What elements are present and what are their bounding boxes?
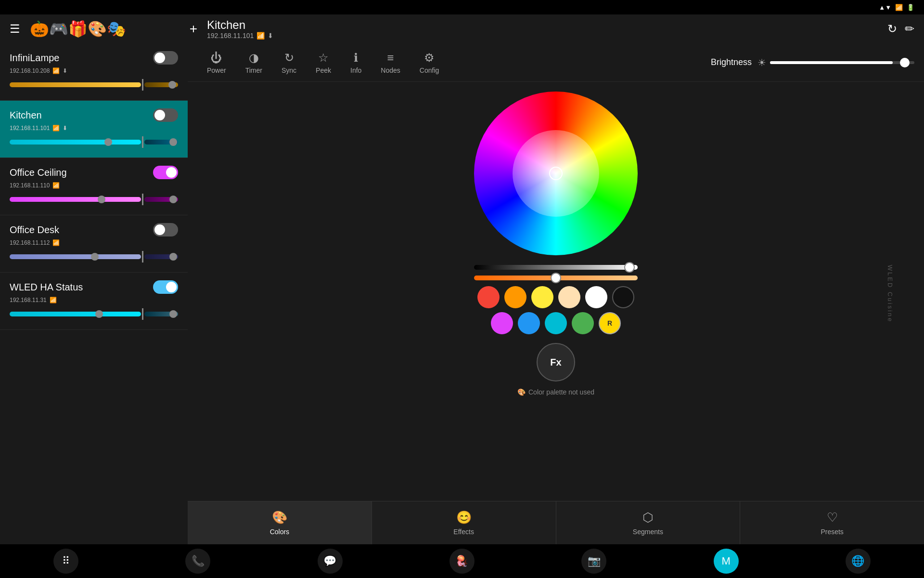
android-nav: ⠿ 📞 💬 🪼 📷 M 🌐 <box>0 544 924 578</box>
warm-slider-handle[interactable] <box>551 273 561 283</box>
effects-label: Effects <box>453 528 474 536</box>
white-slider-handle[interactable] <box>624 262 635 273</box>
device-card-infini[interactable]: InfiniLampe 192.168.10.208 📶 ⬇ <box>0 43 188 101</box>
device-ip: 192.168.11.101 📶 ⬇ <box>207 32 878 39</box>
device-card-kitchen[interactable]: Kitchen 192.168.11.101 📶 ⬇ <box>0 101 188 158</box>
swatch-warm-white[interactable] <box>558 286 580 308</box>
right-panel: ⏻ Power ◑ Timer ↻ Sync ☆ Peek ℹ Info <box>188 43 924 544</box>
brightness-slider[interactable]: ☀ <box>757 57 914 68</box>
tab-bar: ⏻ Power ◑ Timer ↻ Sync ☆ Peek ℹ Info <box>188 43 924 82</box>
device-name-ceiling: Office Ceiling <box>10 167 67 178</box>
nav-phone[interactable]: 📞 <box>185 549 210 574</box>
slider-row-desk <box>10 251 178 263</box>
white-slider[interactable] <box>474 265 638 270</box>
brightness-label: Brightness <box>711 57 752 67</box>
slider-row-infini <box>10 79 178 91</box>
tab-config[interactable]: ⚙ Config <box>410 51 449 74</box>
nav-grid[interactable]: ⠿ <box>53 549 78 574</box>
bottom-tab-colors[interactable]: 🎨 Colors <box>188 501 372 544</box>
device-title: Kitchen <box>207 18 878 32</box>
device-name-wled: WLED HA Status <box>10 282 83 293</box>
color-wheel-wrap[interactable] <box>474 92 638 255</box>
swatch-red[interactable] <box>477 286 500 308</box>
toggle-infini[interactable] <box>153 51 178 65</box>
warm-slider-wrap[interactable] <box>474 276 638 280</box>
slider-row-ceiling <box>10 194 178 205</box>
colors-icon: 🎨 <box>272 510 287 525</box>
refresh-icon[interactable]: ↻ <box>887 22 897 36</box>
slider-row-wled <box>10 308 178 320</box>
nav-camera[interactable]: 📷 <box>581 549 606 574</box>
swatch-yellow[interactable] <box>531 286 553 308</box>
add-device-icon[interactable]: + <box>190 21 197 37</box>
toggle-kitchen[interactable] <box>153 108 178 122</box>
timer-icon: ◑ <box>249 51 259 65</box>
signal-icon: ▲▼ <box>879 4 891 11</box>
device-meta-infini: 192.168.10.208 📶 ⬇ <box>10 67 178 74</box>
colors-label: Colors <box>270 528 289 536</box>
nav-chat[interactable]: 💬 <box>318 549 343 574</box>
swatch-black[interactable] <box>612 286 634 308</box>
nav-jellyfish[interactable]: 🪼 <box>449 549 475 574</box>
tab-peek-label: Peek <box>316 66 331 74</box>
tab-power[interactable]: ⏻ Power <box>197 51 236 74</box>
device-card-desk[interactable]: Office Desk 192.168.11.112 📶 <box>0 215 188 273</box>
swatch-cyan[interactable] <box>545 312 567 334</box>
tab-config-label: Config <box>420 66 439 74</box>
swatch-white[interactable] <box>585 286 607 308</box>
device-card-ceiling[interactable]: Office Ceiling 192.168.11.110 📶 <box>0 158 188 215</box>
swatch-orange[interactable] <box>504 286 526 308</box>
device-name-infini: InfiniLampe <box>10 53 59 64</box>
color-area: R Fx 🎨 Color palette not used <box>188 82 924 501</box>
tab-timer[interactable]: ◑ Timer <box>236 51 272 74</box>
sidebar: InfiniLampe 192.168.10.208 📶 ⬇ Ki <box>0 43 188 544</box>
slider-row-kitchen <box>10 136 178 148</box>
device-meta-kitchen: 192.168.11.101 📶 ⬇ <box>10 125 178 131</box>
top-bar: ☰ 🎃🎮🎁🎨🎭 + Kitchen 192.168.11.101 📶 ⬇ ↻ ✏ <box>0 14 924 43</box>
toggle-ceiling[interactable] <box>153 166 178 179</box>
segments-label: Segments <box>633 528 663 536</box>
wifi-icon: 📶 <box>895 4 903 11</box>
swatch-blue[interactable] <box>518 312 540 334</box>
bottom-tab-presets[interactable]: ♡ Presets <box>740 501 924 544</box>
nav-browser[interactable]: 🌐 <box>846 549 871 574</box>
palette-text: 🎨 Color palette not used <box>517 388 594 396</box>
power-icon: ⏻ <box>211 51 222 65</box>
tab-peek[interactable]: ☆ Peek <box>306 51 341 74</box>
device-card-wled[interactable]: WLED HA Status 192.168.11.31 📶 <box>0 273 188 330</box>
tab-nodes[interactable]: ≡ Nodes <box>371 51 410 74</box>
tab-info[interactable]: ℹ Info <box>341 51 371 74</box>
edit-icon[interactable]: ✏ <box>905 22 914 36</box>
swatch-pink[interactable] <box>491 312 513 334</box>
tab-info-label: Info <box>350 66 361 74</box>
bottom-tab-segments[interactable]: ⬡ Segments <box>556 501 741 544</box>
swatch-random[interactable]: R <box>599 312 621 334</box>
wifi-status-icon: 📶 <box>257 32 265 39</box>
nav-mail[interactable]: M <box>714 549 739 574</box>
toggle-wled[interactable] <box>153 280 178 294</box>
toggle-desk[interactable] <box>153 223 178 236</box>
tab-timer-label: Timer <box>245 66 262 74</box>
tab-sync-label: Sync <box>282 66 296 74</box>
tab-nodes-label: Nodes <box>381 66 400 74</box>
swatch-row-1 <box>477 286 634 308</box>
menu-icon[interactable]: ☰ <box>10 22 20 36</box>
warm-slider[interactable] <box>474 276 638 280</box>
main-content: InfiniLampe 192.168.10.208 📶 ⬇ Ki <box>0 43 924 544</box>
brightness-sun-icon: ☀ <box>757 57 766 68</box>
swatch-green[interactable] <box>572 312 594 334</box>
presets-icon: ♡ <box>827 510 838 525</box>
top-bar-right: ↻ ✏ <box>887 22 914 36</box>
config-icon: ⚙ <box>424 51 435 65</box>
swatch-row-2: R <box>491 312 621 334</box>
fx-button[interactable]: Fx <box>537 343 575 381</box>
white-slider-wrap[interactable] <box>474 265 638 270</box>
info-icon: ℹ <box>354 51 358 65</box>
bottom-tab-effects[interactable]: 😊 Effects <box>372 501 556 544</box>
status-bar: ▲▼ 📶 🔋 <box>0 0 924 14</box>
segments-icon: ⬡ <box>642 510 654 525</box>
color-picker-cursor <box>549 167 563 180</box>
color-wheel[interactable] <box>474 92 638 255</box>
tab-sync[interactable]: ↻ Sync <box>272 51 306 74</box>
palette-icon: 🎨 <box>517 388 526 396</box>
